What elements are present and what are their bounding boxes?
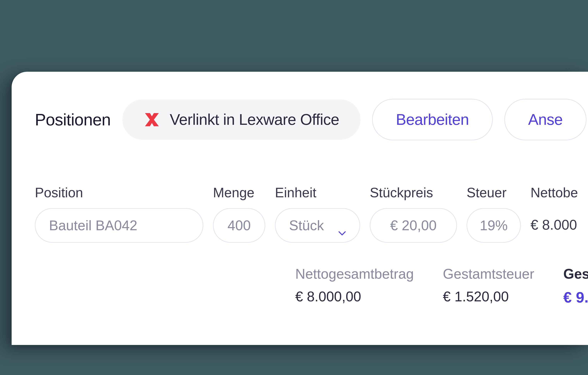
dropdown-einheit[interactable]: Stück bbox=[275, 208, 360, 243]
header-row: Positionen Verlinkt in Lexware Office Be… bbox=[35, 99, 588, 140]
field-stuckpreis: Stückpreis € 20,00 bbox=[370, 185, 457, 243]
input-menge-value: 400 bbox=[228, 217, 251, 233]
field-einheit: Einheit Stück bbox=[275, 185, 360, 243]
lexware-x-icon bbox=[144, 111, 160, 128]
positions-card: Positionen Verlinkt in Lexware Office Be… bbox=[12, 72, 588, 345]
edit-button[interactable]: Bearbeiten bbox=[372, 99, 493, 140]
input-steuer-value: 19% bbox=[480, 217, 508, 233]
value-nettobetrag: € 8.000 bbox=[531, 208, 578, 242]
field-nettobetrag: Nettobe € 8.000 bbox=[531, 185, 578, 242]
input-position[interactable]: Bauteil BA042 bbox=[35, 208, 203, 243]
field-label-menge: Menge bbox=[213, 185, 265, 200]
total-netto-label: Nettogesamtbetrag bbox=[295, 266, 414, 282]
field-label-nettobetrag: Nettobe bbox=[531, 185, 578, 200]
input-steuer[interactable]: 19% bbox=[467, 208, 521, 243]
field-position: Position Bauteil BA042 bbox=[35, 185, 203, 243]
field-label-steuer: Steuer bbox=[467, 185, 521, 200]
field-label-stuckpreis: Stückpreis bbox=[370, 185, 457, 200]
field-label-position: Position bbox=[35, 185, 203, 200]
total-netto-value: € 8.000,00 bbox=[295, 288, 414, 304]
lexware-linked-badge: Verlinkt in Lexware Office bbox=[122, 99, 360, 140]
input-stuckpreis-value: € 20,00 bbox=[390, 217, 437, 233]
section-title: Positionen bbox=[35, 110, 111, 129]
input-position-value: Bauteil BA042 bbox=[49, 217, 137, 233]
total-gesamt: Gesamtbe € 9.520 bbox=[563, 266, 588, 306]
fields-row: Position Bauteil BA042 Menge 400 Einheit… bbox=[35, 185, 588, 243]
total-gesamt-value: € 9.520 bbox=[563, 288, 588, 306]
field-steuer: Steuer 19% bbox=[467, 185, 521, 243]
field-menge: Menge 400 bbox=[213, 185, 265, 243]
dropdown-einheit-value: Stück bbox=[289, 217, 324, 233]
chevron-down-icon bbox=[338, 223, 346, 228]
input-stuckpreis[interactable]: € 20,00 bbox=[370, 208, 457, 243]
field-label-einheit: Einheit bbox=[275, 185, 360, 200]
totals-row: Nettogesamtbetrag € 8.000,00 Gestamtsteu… bbox=[35, 266, 588, 306]
total-steuer-label: Gestamtsteuer bbox=[443, 266, 534, 282]
total-steuer-value: € 1.520,00 bbox=[443, 288, 534, 304]
total-netto: Nettogesamtbetrag € 8.000,00 bbox=[295, 266, 414, 306]
total-steuer: Gestamtsteuer € 1.520,00 bbox=[443, 266, 534, 306]
input-menge[interactable]: 400 bbox=[213, 208, 265, 243]
view-button[interactable]: Anse bbox=[504, 99, 587, 140]
total-gesamt-label: Gesamtbe bbox=[563, 266, 588, 282]
badge-text: Verlinkt in Lexware Office bbox=[170, 111, 339, 129]
